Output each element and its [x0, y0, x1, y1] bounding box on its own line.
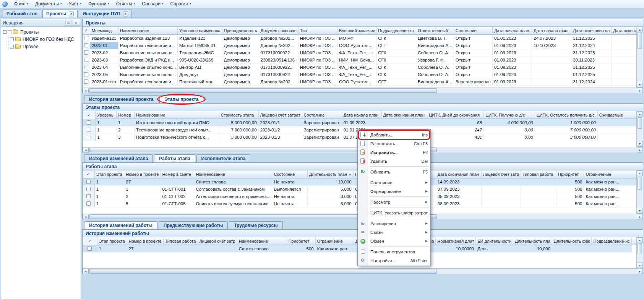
table-cell[interactable]: Вектор-АЦ — [177, 63, 222, 71]
table-cell[interactable]: 1 — [94, 178, 124, 185]
table-cell[interactable]: 01-СГТ-002 — [161, 193, 194, 200]
table-cell[interactable]: Открыт — [454, 49, 492, 56]
table-cell[interactable]: Открыт — [454, 63, 492, 71]
table-cell[interactable]: Изготовление опытной партии ПМО... — [135, 119, 219, 126]
table-cell[interactable]: Изделие123 — [90, 34, 118, 42]
column-header[interactable]: Дата окончания ф — [612, 27, 636, 34]
table-cell[interactable]: 431 — [427, 133, 483, 141]
column-header[interactable]: ЦИТК. Получено д/с — [484, 111, 535, 119]
table-cell[interactable]: Выполняется — [272, 185, 307, 193]
column-header[interactable]: Этап проекта — [94, 170, 124, 178]
table-cell[interactable]: Соболева О. А. — [416, 49, 454, 56]
menu-reports[interactable]: Отчёты▾ — [113, 0, 138, 8]
table-cell[interactable]: Синтез сплава — [194, 178, 272, 185]
table-cell[interactable]: 1 — [97, 245, 127, 252]
menu-item-edit[interactable]: ✎Исправить...F2 — [358, 148, 430, 157]
view-options-button[interactable] — [65, 20, 72, 26]
table-cell[interactable]: Демопример — [222, 78, 259, 85]
tree-node-other[interactable]: Прочее — [8, 43, 79, 50]
table-cell[interactable] — [532, 56, 571, 63]
menu-item-state[interactable]: Состояние▶ — [358, 178, 430, 187]
table-cell[interactable]: Цветкова В. Т. — [416, 34, 454, 42]
menu-item-add[interactable]: +Добавить...Ins — [358, 130, 430, 139]
table-cell[interactable]: 31.12.2025 — [571, 34, 612, 42]
table-cell[interactable]: Зарегистрирован — [302, 119, 342, 126]
select-all-header[interactable]: ✓ — [83, 111, 96, 119]
table-cell[interactable]: Открыт — [454, 56, 492, 63]
table-cell[interactable]: 3 000 000,00 — [219, 133, 258, 141]
table-cell[interactable]: 5 000 000,00 — [219, 119, 258, 126]
table-cell[interactable]: НИОКР по ГОЗ ... — [298, 34, 337, 42]
table-cell[interactable]: 2023-01/3 — [258, 133, 302, 141]
table-cell[interactable]: СГК — [376, 71, 416, 78]
table-cell[interactable]: 7 000 000,00 — [219, 126, 258, 133]
table-cell[interactable] — [612, 71, 636, 78]
column-header[interactable]: Дата окончания план — [436, 170, 481, 178]
column-header[interactable]: Лицевой счёт затр — [481, 170, 521, 178]
vertical-scrollbar[interactable]: ▲ ▼ — [636, 237, 643, 268]
column-header[interactable]: ЦИТК. Осталось получить д/с — [535, 111, 597, 119]
table-cell[interactable]: МО РФ — [337, 34, 376, 42]
column-header[interactable]: Нормативная длит — [436, 237, 476, 245]
tab-labor-resources[interactable]: Трудовые ресурсы — [229, 221, 282, 229]
column-header[interactable]: Дата начала план. — [492, 27, 532, 34]
table-cell[interactable] — [481, 200, 521, 207]
scroll-right-button[interactable]: ► — [637, 88, 643, 93]
column-header[interactable]: Тип — [298, 27, 337, 34]
scroll-down-button[interactable]: ▼ — [637, 82, 643, 88]
table-cell[interactable]: Открыт — [454, 34, 492, 42]
table-cell[interactable] — [521, 200, 556, 207]
scrollbar-thumb[interactable] — [89, 88, 437, 93]
table-cell[interactable]: Не начата — [272, 178, 307, 185]
table-cell[interactable]: Выполнение опытно-конс... — [118, 49, 177, 56]
table-cell[interactable]: 905-U020-23/269 — [177, 56, 222, 63]
table-cell[interactable]: День — [476, 245, 513, 252]
column-header[interactable]: Состояние — [454, 27, 492, 34]
table-cell[interactable] — [481, 178, 521, 185]
menu-item-view[interactable]: Просмотр▶ — [358, 198, 430, 206]
row-checkbox[interactable] — [84, 58, 88, 62]
menu-item-exchange[interactable]: ⇄Обмен▶ — [358, 237, 430, 245]
select-all-header[interactable]: ✓ — [83, 170, 94, 178]
table-cell[interactable]: 500 — [556, 185, 584, 193]
table-cell[interactable] — [612, 42, 636, 49]
menu-dictionaries[interactable]: Словари▾ — [138, 0, 167, 8]
table-cell[interactable] — [521, 193, 556, 200]
table-cell[interactable]: Зарегистрирован — [454, 78, 492, 85]
tree-node-root[interactable]: - Проекты — [2, 28, 79, 36]
table-cell[interactable]: НИОКР по ГОЗ ... — [298, 42, 337, 49]
table-cell[interactable]: Виноградова А... — [416, 78, 454, 85]
table-cell[interactable] — [532, 71, 571, 78]
table-cell[interactable]: 1 — [96, 126, 117, 133]
menu-file[interactable]: Файл▾ — [11, 0, 32, 8]
tree-node-niokr[interactable]: НИОКР по ГОЗ без НДС — [8, 36, 79, 43]
table-cell[interactable]: 3 — [117, 133, 135, 141]
table-cell[interactable]: Демопример — [222, 42, 259, 49]
table-cell[interactable]: Постоянный маг... — [177, 78, 222, 85]
column-header[interactable]: Приоритет — [556, 170, 584, 178]
vertical-scrollbar[interactable]: ▲ ▼ — [636, 111, 643, 147]
table-cell[interactable] — [612, 63, 636, 71]
table-cell[interactable]: 10,000 — [307, 178, 353, 185]
table-cell[interactable]: 1 — [94, 193, 124, 200]
row-checkbox[interactable] — [86, 194, 91, 198]
scrollbar-thumb[interactable] — [638, 33, 642, 49]
table-cell[interactable]: 01.09.2023 — [492, 71, 532, 78]
column-header[interactable]: Лицевой счёт затр — [198, 237, 237, 245]
row-checkbox[interactable] — [87, 120, 91, 125]
table-cell[interactable]: 500 — [556, 193, 584, 200]
table-cell[interactable]: 247 — [427, 126, 483, 133]
scroll-right-button[interactable]: ► — [637, 269, 643, 274]
table-cell[interactable]: Магнит ПМ085-01 — [177, 42, 222, 49]
tree-checkbox[interactable] — [10, 37, 14, 41]
scrollbar-track[interactable] — [637, 190, 643, 208]
table-cell[interactable]: Дредноут — [177, 71, 222, 78]
table-cell[interactable]: ООО Русатом ... — [337, 42, 376, 49]
table-cell[interactable]: Договор №202... — [259, 42, 298, 49]
table-cell[interactable]: Технология-ЭМС — [177, 49, 222, 56]
table-cell[interactable]: Договор №202... — [259, 34, 298, 42]
table-cell[interactable]: СГК — [376, 49, 416, 56]
table-cell[interactable] — [592, 245, 631, 252]
table-cell[interactable]: Соболева О. А. — [416, 71, 454, 78]
row-checkbox[interactable] — [84, 65, 88, 69]
